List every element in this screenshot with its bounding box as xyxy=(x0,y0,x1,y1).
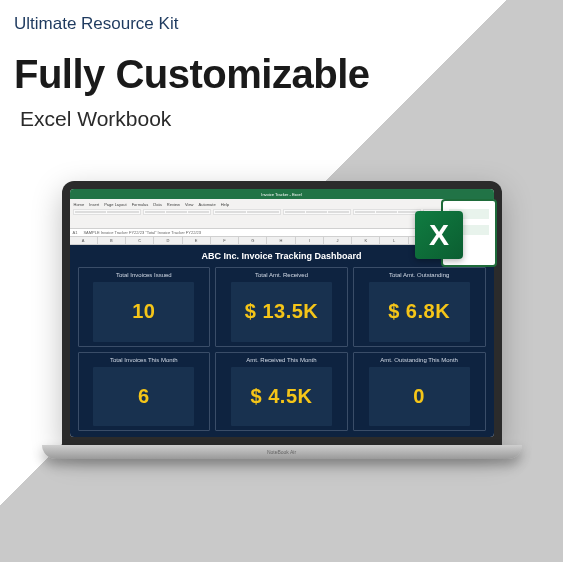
kpi-label: Total Invoices Issued xyxy=(116,272,172,278)
ribbon-tab[interactable]: Formulas xyxy=(131,202,150,207)
laptop-brand-text: NoteBook Air xyxy=(267,449,296,455)
cell-reference: A1 xyxy=(73,230,78,235)
ribbon-button[interactable] xyxy=(355,211,376,213)
ribbon-button[interactable] xyxy=(376,211,397,213)
ribbon-tab[interactable]: Data xyxy=(152,202,162,207)
col-header[interactable]: C xyxy=(126,237,154,244)
ribbon-tab[interactable]: Automate xyxy=(198,202,217,207)
page-title: Fully Customizable xyxy=(14,52,549,97)
ribbon-tab[interactable]: Home xyxy=(73,202,86,207)
ribbon-button[interactable] xyxy=(75,211,107,213)
kpi-label: Total Amt. Received xyxy=(255,272,308,278)
ribbon-button[interactable] xyxy=(107,211,139,213)
ribbon-tab[interactable]: Insert xyxy=(88,202,100,207)
col-header[interactable]: A xyxy=(70,237,98,244)
ribbon-group xyxy=(353,209,421,215)
ribbon-tab[interactable]: View xyxy=(184,202,195,207)
col-header[interactable]: I xyxy=(296,237,324,244)
kpi-value: 0 xyxy=(413,385,425,408)
col-header[interactable]: H xyxy=(267,237,295,244)
kpi-card: Amt. Outstanding This Month 0 xyxy=(353,352,486,432)
col-header[interactable]: D xyxy=(154,237,182,244)
ribbon-group xyxy=(143,209,211,215)
col-header[interactable]: B xyxy=(98,237,126,244)
col-header[interactable]: G xyxy=(239,237,267,244)
kpi-label: Amt. Received This Month xyxy=(246,357,316,363)
page-subtitle: Excel Workbook xyxy=(20,107,549,131)
kpi-value-box: 6 xyxy=(93,367,194,427)
ribbon-button[interactable] xyxy=(166,211,187,213)
ribbon-button[interactable] xyxy=(188,211,209,213)
kpi-value: $ 6.8K xyxy=(388,300,450,323)
kpi-value: 10 xyxy=(132,300,155,323)
kpi-card: Amt. Received This Month $ 4.5K xyxy=(215,352,348,432)
excel-logo-badge: X xyxy=(415,211,463,259)
header: Ultimate Resource Kit Fully Customizable… xyxy=(0,0,563,131)
ribbon-tab[interactable]: Help xyxy=(220,202,230,207)
excel-logo-letter: X xyxy=(429,218,449,252)
ribbon-tab[interactable]: Page Layout xyxy=(103,202,127,207)
ribbon-button[interactable] xyxy=(145,211,166,213)
col-header[interactable]: F xyxy=(211,237,239,244)
ribbon-group xyxy=(73,209,141,215)
kpi-card: Total Amt. Received $ 13.5K xyxy=(215,267,348,347)
kpi-value: $ 13.5K xyxy=(245,300,319,323)
ribbon-group xyxy=(213,209,281,215)
kpi-card: Total Invoices Issued 10 xyxy=(78,267,211,347)
ribbon-button[interactable] xyxy=(215,211,247,213)
kpi-card: Total Amt. Outstanding $ 6.8K xyxy=(353,267,486,347)
kpi-value-box: 0 xyxy=(369,367,470,427)
laptop-base: NoteBook Air xyxy=(42,445,522,459)
kpi-label: Total Invoices This Month xyxy=(110,357,178,363)
dashboard-cards: Total Invoices Issued 10 Total Amt. Rece… xyxy=(78,267,486,431)
kpi-label: Amt. Outstanding This Month xyxy=(380,357,458,363)
ribbon-tab[interactable]: Review xyxy=(166,202,181,207)
kpi-card: Total Invoices This Month 6 xyxy=(78,352,211,432)
col-header[interactable]: L xyxy=(380,237,408,244)
kicker-text: Ultimate Resource Kit xyxy=(14,14,549,34)
col-header[interactable]: J xyxy=(324,237,352,244)
kpi-value-box: $ 6.8K xyxy=(369,282,470,342)
formula-text: SAMPLE Invoice Tracker FY22/23 "Total" I… xyxy=(83,230,201,235)
ribbon-group xyxy=(283,209,351,215)
ribbon-button[interactable] xyxy=(247,211,279,213)
excel-title-text: Invoice Tracker - Excel xyxy=(261,192,301,197)
kpi-value: $ 4.5K xyxy=(251,385,313,408)
ribbon-button[interactable] xyxy=(328,211,349,213)
kpi-value-box: $ 13.5K xyxy=(231,282,332,342)
kpi-value-box: $ 4.5K xyxy=(231,367,332,427)
kpi-value: 6 xyxy=(138,385,150,408)
dashboard-sheet: ABC Inc. Invoice Tracking Dashboard Tota… xyxy=(70,245,494,437)
col-header[interactable]: E xyxy=(183,237,211,244)
ribbon-button[interactable] xyxy=(306,211,327,213)
col-header[interactable]: K xyxy=(352,237,380,244)
ribbon-button[interactable] xyxy=(285,211,306,213)
excel-logo-icon: X xyxy=(415,195,497,273)
kpi-value-box: 10 xyxy=(93,282,194,342)
